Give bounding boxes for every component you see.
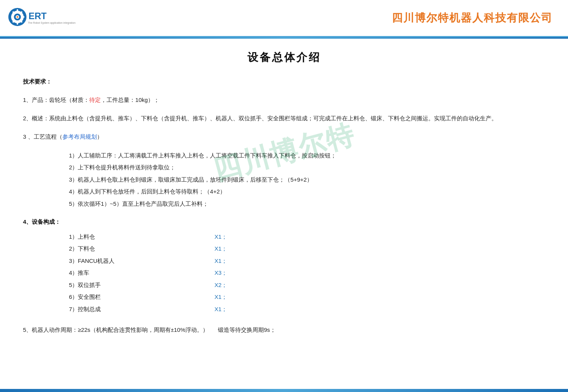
equip-name-6: 6）安全围栏 bbox=[69, 291, 214, 303]
svg-rect-5 bbox=[11, 16, 13, 18]
main-content: 设备总体介绍 技术要求： 1、产品：齿轮坯（材质：待定，工件总量：10kg）； … bbox=[0, 39, 568, 351]
equip-name-3: 3）FANCU机器人 bbox=[69, 255, 214, 267]
equipment-table: 1）上料仓 X1； 2）下料仓 X1； 3）FANCU机器人 X1； 4）推车 … bbox=[69, 231, 545, 315]
equipment-row-2: 2）下料仓 X1； bbox=[69, 243, 545, 255]
equipment-row-6: 6）安全围栏 X1； bbox=[69, 291, 545, 303]
equipment-row-5: 5）双位抓手 X2； bbox=[69, 279, 545, 291]
equip-name-2: 2）下料仓 bbox=[69, 243, 214, 255]
item2-text: 2、概述：系统由上料仓（含提升机、推车）、下料仓（含提升机、推车）、机器人、双位… bbox=[23, 115, 497, 121]
equip-name-7: 7）控制总成 bbox=[69, 303, 214, 315]
item1-highlight: 待定 bbox=[89, 97, 101, 103]
page-title: 设备总体介绍 bbox=[23, 50, 545, 65]
equip-name-5: 5）双位抓手 bbox=[69, 279, 214, 291]
footer-bar bbox=[0, 389, 568, 392]
process-list: 1）人工辅助工序：人工将满载工件上料车推入上料仓，人工将空载工件下料车推入下料仓… bbox=[69, 149, 545, 210]
section-item1: 1、产品：齿轮坯（材质：待定，工件总量：10kg）； bbox=[23, 94, 545, 106]
tech-requirements-heading: 技术要求： bbox=[23, 76, 545, 87]
process-step-1: 1）人工辅助工序：人工将满载工件上料车推入上料仓，人工将空载工件下料车推入下料仓… bbox=[69, 149, 545, 162]
svg-rect-3 bbox=[17, 9, 18, 11]
item3-link[interactable]: 参考布局规划 bbox=[62, 133, 97, 140]
equip-qty-1: X1； bbox=[214, 231, 227, 243]
item3-prefix: 3 、工艺流程（ bbox=[23, 133, 62, 140]
item1-suffix: ，工件总量：10kg）； bbox=[101, 97, 159, 103]
company-name: 四川博尔特机器人科技有限公司 bbox=[392, 11, 553, 25]
equipment-row-4: 4）推车 X3； bbox=[69, 267, 545, 279]
section-item3: 3 、工艺流程（参考布局规划） bbox=[23, 131, 545, 143]
equip-qty-3: X1； bbox=[214, 255, 227, 267]
svg-text:The Robot System application i: The Robot System application integration bbox=[28, 21, 76, 25]
equip-qty-4: X3； bbox=[214, 267, 227, 279]
section-equipment: 4、设备构成： 1）上料仓 X1； 2）下料仓 X1； 3）FANCU机器人 X… bbox=[23, 217, 545, 315]
process-step-3: 3）机器人上料仓取上料仓到锻床，取锻床加工完成品，放坯件到锻床，后移至下仓；（5… bbox=[69, 174, 545, 186]
svg-rect-6 bbox=[22, 16, 24, 18]
equipment-row-3: 3）FANCU机器人 X1； bbox=[69, 255, 545, 267]
process-step-2: 2）上下料仓提升机将料件送到待拿取位； bbox=[69, 161, 545, 174]
section-item2: 2、概述：系统由上料仓（含提升机、推车）、下料仓（含提升机、推车）、机器人、双位… bbox=[23, 113, 545, 124]
header: ERT The Robot System application integra… bbox=[0, 0, 568, 37]
equip-qty-5: X2； bbox=[214, 279, 227, 291]
equip-name-4: 4）推车 bbox=[69, 267, 214, 279]
svg-text:ERT: ERT bbox=[29, 11, 47, 21]
section-tech-heading: 技术要求： bbox=[23, 76, 545, 87]
robot-cycle-heading: 5、机器人动作周期：≥22s（机构配合连贯性影响，周期有±10%浮动。） bbox=[23, 326, 208, 333]
process-step-5: 5）依次循环1）~5）直至上料仓产品取完后人工补料； bbox=[69, 198, 545, 210]
equipment-heading: 4、设备构成： bbox=[23, 217, 545, 228]
process-step-4: 4）机器人到下料仓放坯件，后回到上料仓等待取料；（4+2） bbox=[69, 185, 545, 198]
item3-suffix: ） bbox=[97, 133, 103, 140]
equipment-row-1: 1）上料仓 X1； bbox=[69, 231, 545, 243]
svg-rect-4 bbox=[17, 23, 18, 25]
section-robot-cycle: 5、机器人动作周期：≥22s（机构配合连贯性影响，周期有±10%浮动。） 锻造等… bbox=[23, 324, 545, 336]
svg-point-12 bbox=[16, 16, 18, 18]
logo-svg: ERT The Robot System application integra… bbox=[8, 5, 84, 31]
equip-name-1: 1）上料仓 bbox=[69, 231, 214, 243]
robot-cycle-suffix: 锻造等待交换周期9s； bbox=[218, 326, 276, 333]
item1-prefix: 1、产品：齿轮坯（材质： bbox=[23, 97, 89, 103]
equip-qty-2: X1； bbox=[214, 243, 227, 255]
equip-qty-6: X1； bbox=[214, 291, 227, 303]
logo-area: ERT The Robot System application integra… bbox=[8, 5, 84, 31]
equipment-row-7: 7）控制总成 X1； bbox=[69, 303, 545, 315]
equip-qty-7: X1； bbox=[214, 303, 227, 315]
